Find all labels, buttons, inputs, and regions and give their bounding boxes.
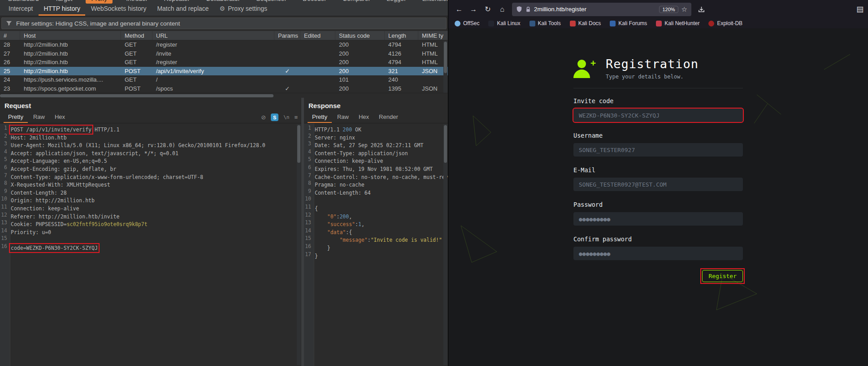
scrollbar-thumb[interactable]: [444, 42, 447, 73]
bookmark-offsec[interactable]: OffSec: [455, 20, 479, 26]
code-line: 14Priority: u=0: [0, 228, 301, 236]
tab-http-history[interactable]: HTTP history: [39, 3, 85, 16]
filter-settings-bar[interactable]: Filter settings: Hiding CSS, image and g…: [1, 17, 447, 29]
password-input[interactable]: [573, 212, 743, 226]
bookmark-kali-linux[interactable]: Kali Linux: [488, 20, 520, 26]
tab-raw[interactable]: Raw: [333, 112, 353, 123]
column-header-mime-ty[interactable]: MIME ty: [418, 31, 448, 40]
request-tabs: PrettyRawHex: [4, 112, 69, 123]
code-line: 1HTTP/1.1 200 OK: [304, 125, 448, 133]
tab-render[interactable]: Render: [374, 112, 403, 123]
response-editor[interactable]: 1HTTP/1.1 200 OK2Server: nginx3Date: Sat…: [304, 123, 448, 366]
code-line: 4Content-Type: application/json: [304, 149, 448, 157]
menu-item-comparer[interactable]: Comparer: [340, 0, 373, 4]
confirm-password-input[interactable]: [573, 247, 743, 260]
url-bar[interactable]: 2million.htb/register 120% ☆: [512, 3, 691, 16]
table-row[interactable]: 27http://2million.htbGET/invite2004126HT…: [0, 49, 448, 58]
bookmark-kali-docs[interactable]: Kali Docs: [570, 20, 601, 26]
kali-nethunter-icon: [656, 21, 662, 26]
scrollbar-thumb[interactable]: [0, 94, 273, 97]
hide-icon[interactable]: ⊘: [261, 114, 266, 121]
request-scrollbar[interactable]: [297, 124, 301, 365]
form-actions: Register: [573, 270, 743, 282]
save-page-icon[interactable]: [695, 3, 707, 16]
code-line: 2Server: nginx: [304, 133, 448, 141]
divider: [573, 88, 743, 88]
bookmark-exploit-db[interactable]: Exploit-DB: [708, 20, 742, 26]
code-line: 8Pragma: no-cache: [304, 180, 448, 188]
column-header-params[interactable]: Params: [274, 31, 300, 40]
menu-item-extensions[interactable]: Extensions: [420, 0, 448, 4]
zoom-level-badge[interactable]: 120%: [659, 6, 678, 13]
e-mail-input[interactable]: [573, 178, 743, 191]
tab-hex[interactable]: Hex: [50, 112, 69, 123]
column-header-status-code[interactable]: Status code: [335, 31, 385, 40]
funnel-icon: [6, 21, 12, 26]
column-header-url[interactable]: URL: [152, 31, 274, 40]
browser-toolbar: ← → ↻ ⌂ 2million.htb/register 120% ☆ ▤: [448, 0, 868, 18]
home-button[interactable]: ⌂: [496, 3, 508, 16]
http-history-table: #HostMethodURLParamsEditedStatus codeLen…: [0, 30, 448, 93]
response-scrollbar[interactable]: [443, 124, 447, 365]
request-editor[interactable]: 1POST /api/v1/invite/verify HTTP/1.12Hos…: [0, 123, 301, 366]
bookmark-kali-forums[interactable]: Kali Forums: [610, 20, 647, 26]
table-row[interactable]: 24https://push.services.mozilla....GET/1…: [0, 75, 448, 84]
syntax-highlight-icon[interactable]: S: [271, 113, 278, 121]
table-row[interactable]: 28http://2million.htbGET/register2004794…: [0, 40, 448, 49]
column-header-edited[interactable]: Edited: [300, 31, 335, 40]
tab-match-and-replace[interactable]: Match and replace: [152, 3, 213, 16]
column-header-host[interactable]: Host: [20, 31, 121, 40]
field-label: Username: [573, 132, 743, 139]
form-field-e-mail: E-Mail: [573, 166, 743, 191]
bookmark-kali-tools[interactable]: Kali Tools: [529, 20, 561, 26]
table-row[interactable]: 23https://spocs.getpocket.comPOST/spocs✓…: [0, 84, 448, 93]
tracking-protection-shield-icon[interactable]: [516, 6, 522, 13]
invite-code-input[interactable]: [573, 109, 743, 122]
browser-menu-icon[interactable]: ▤: [856, 4, 864, 14]
code-line: 13 "success":1,: [304, 220, 448, 228]
tab-pretty[interactable]: Pretty: [4, 112, 28, 123]
bookmark-star-icon[interactable]: ☆: [681, 5, 687, 13]
request-code: 1POST /api/v1/invite/verify HTTP/1.12Hos…: [0, 125, 301, 252]
code-line: 10: [304, 196, 448, 204]
newline-toggle-icon[interactable]: \n: [283, 114, 289, 120]
code-line: 15 "message":"Invite code is valid!": [304, 235, 448, 244]
table-row[interactable]: 25http://2million.htbPOST/api/v1/invite/…: [0, 67, 448, 76]
tab-raw[interactable]: Raw: [29, 112, 49, 123]
register-button[interactable]: Register: [702, 270, 743, 282]
editor-menu-icon[interactable]: ≡: [294, 114, 298, 121]
menu-item-logger[interactable]: Logger: [384, 0, 409, 4]
forward-button[interactable]: →: [467, 3, 480, 16]
column-header-length[interactable]: Length: [385, 31, 418, 40]
tab-pretty[interactable]: Pretty: [308, 112, 332, 123]
response-code: 1HTTP/1.1 200 OK2Server: nginx3Date: Sat…: [304, 125, 448, 259]
scrollbar-thumb[interactable]: [444, 125, 447, 163]
registration-form: + Registration Type your details below. …: [573, 57, 743, 282]
add-user-icon: +: [573, 58, 597, 79]
code-line: 4Accept: application/json, text/javascri…: [0, 149, 301, 157]
scrollbar-thumb[interactable]: [297, 125, 300, 163]
code-line: 9Content-Length: 64: [304, 188, 448, 196]
exploit-db-icon: [708, 21, 714, 26]
horizontal-scrollbar[interactable]: [0, 93, 448, 98]
code-line: 11{: [304, 204, 448, 212]
tab-hex[interactable]: Hex: [354, 112, 373, 123]
lock-icon[interactable]: [525, 6, 531, 13]
response-panel: Response PrettyRawHexRender 1HTTP/1.1 20…: [304, 98, 448, 366]
bookmark-kali-nethunter[interactable]: Kali NetHunter: [656, 20, 699, 26]
back-button[interactable]: ←: [453, 3, 465, 16]
column-header-method[interactable]: Method: [121, 31, 152, 40]
tab-proxy-settings[interactable]: ⚙Proxy settings: [215, 3, 273, 16]
reload-button[interactable]: ↻: [482, 3, 494, 16]
response-tabs: PrettyRawHexRender: [308, 112, 403, 123]
table-scrollbar[interactable]: [443, 41, 447, 93]
field-label: E-Mail: [573, 166, 743, 174]
table-row[interactable]: 26http://2million.htbGET/register2004794…: [0, 58, 448, 67]
bookmark-label: Kali Forums: [618, 20, 647, 26]
tab-intercept[interactable]: Intercept: [4, 3, 38, 16]
tab-websockets-history[interactable]: WebSockets history: [86, 3, 151, 16]
menu-item-decoder[interactable]: Decoder: [300, 0, 329, 4]
username-input[interactable]: [573, 143, 743, 157]
url-text[interactable]: 2million.htb/register: [534, 6, 656, 13]
column-header-number[interactable]: #: [0, 31, 20, 40]
